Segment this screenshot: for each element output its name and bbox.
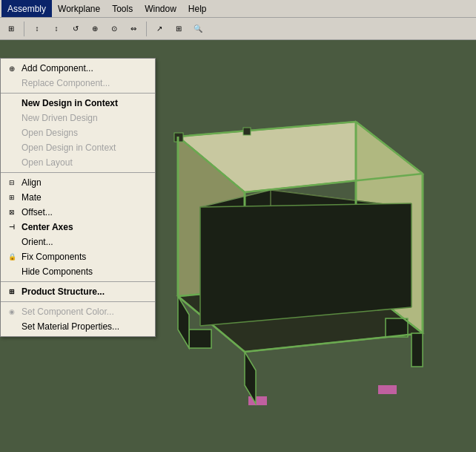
toolbar-btn-9[interactable]: ⊞ <box>171 21 187 37</box>
assembly-dropdown: ⊕ Add Component... Replace Component... … <box>0 58 156 337</box>
set-material-props-icon <box>5 321 19 333</box>
toolbar-sep-2 <box>146 22 147 36</box>
open-designs-icon <box>5 127 19 139</box>
menu-item-hide-components[interactable]: Hide Components <box>1 264 155 279</box>
menu-workplane[interactable]: Workplane <box>52 0 106 17</box>
replace-component-label: Replace Component... <box>22 78 110 88</box>
svg-rect-21 <box>378 385 397 394</box>
set-component-color-icon: ◉ <box>5 306 19 318</box>
3d-viewport-svg <box>133 77 452 441</box>
new-driven-design-icon <box>5 112 19 124</box>
menu-item-mate[interactable]: ⊞ Mate <box>1 190 155 205</box>
toolbar-sep-1 <box>24 22 24 36</box>
sep-3 <box>1 281 155 282</box>
toolbar-btn-3[interactable]: ↕ <box>48 21 65 37</box>
svg-rect-20 <box>248 396 267 405</box>
center-axes-label: Center Axes <box>22 222 73 232</box>
toolbar-btn-1[interactable]: ⊞ <box>3 21 19 37</box>
menu-window[interactable]: Window <box>139 0 182 17</box>
menu-item-align[interactable]: ⊟ Align <box>1 175 155 190</box>
menu-item-set-material-props[interactable]: Set Material Properties... <box>1 319 155 334</box>
svg-marker-33 <box>411 333 423 367</box>
menu-item-fix-components[interactable]: 🔒 Fix Components <box>1 249 155 264</box>
align-icon: ⊟ <box>5 177 19 189</box>
toolbar-btn-5[interactable]: ⊕ <box>87 21 103 37</box>
open-design-context-label: Open Design in Context <box>22 143 116 153</box>
menu-item-center-axes[interactable]: ⊣ Center Axes <box>1 220 155 235</box>
toolbar-btn-7[interactable]: ⇔ <box>125 21 142 37</box>
menu-item-new-driven-design: New Driven Design <box>1 111 155 125</box>
menubar: Assembly Workplane Tools Window Help <box>0 0 476 18</box>
new-driven-design-label: New Driven Design <box>22 113 98 123</box>
set-component-color-label: Set Component Color... <box>22 307 114 317</box>
menu-item-replace-component: Replace Component... <box>1 76 155 91</box>
open-layout-icon <box>5 157 19 168</box>
sep-4 <box>1 301 155 302</box>
orient-icon <box>5 236 19 248</box>
open-designs-label: Open Designs <box>22 128 78 138</box>
mate-icon: ⊞ <box>5 191 19 203</box>
toolbar-btn-2[interactable]: ↕ <box>29 21 45 37</box>
open-design-context-icon <box>5 142 19 154</box>
offset-icon: ⊠ <box>5 206 19 218</box>
svg-rect-12 <box>243 128 251 135</box>
menu-item-add-component[interactable]: ⊕ Add Component... <box>1 61 155 76</box>
menu-item-offset[interactable]: ⊠ Offset... <box>1 205 155 220</box>
add-component-icon: ⊕ <box>5 62 19 74</box>
toolbar-btn-8[interactable]: ↗ <box>151 21 168 37</box>
menu-item-open-designs: Open Designs <box>1 125 155 140</box>
menu-item-product-structure[interactable]: ⊞ Product Structure... <box>1 284 155 299</box>
hide-components-label: Hide Components <box>22 266 93 277</box>
fix-components-icon: 🔒 <box>5 251 19 263</box>
menu-item-orient[interactable]: Orient... <box>1 235 155 249</box>
toolbar: ⊞ ↕ ↕ ↺ ⊕ ⊙ ⇔ ↗ ⊞ 🔍 <box>0 18 476 40</box>
product-structure-label: Product Structure... <box>22 286 105 297</box>
toolbar-btn-6[interactable]: ⊙ <box>106 21 122 37</box>
orient-label: Orient... <box>22 237 53 247</box>
sep-1 <box>1 93 155 94</box>
new-design-context-icon <box>5 97 19 109</box>
menu-assembly[interactable]: Assembly <box>1 0 52 17</box>
product-structure-icon: ⊞ <box>5 286 19 298</box>
offset-label: Offset... <box>22 207 53 217</box>
toolbar-btn-10[interactable]: 🔍 <box>190 21 206 37</box>
menu-item-set-component-color: ◉ Set Component Color... <box>1 304 155 319</box>
fix-components-label: Fix Components <box>22 252 86 262</box>
menu-help[interactable]: Help <box>182 0 213 17</box>
main-viewport: ⊕ Add Component... Replace Component... … <box>0 40 476 452</box>
mate-label: Mate <box>22 192 42 203</box>
hide-components-icon <box>5 266 19 278</box>
sep-2 <box>1 172 155 173</box>
menu-item-new-design-context[interactable]: New Design in Context <box>1 96 155 111</box>
new-design-context-label: New Design in Context <box>22 98 118 108</box>
center-axes-icon: ⊣ <box>5 221 19 233</box>
menu-item-open-design-context: Open Design in Context <box>1 140 155 155</box>
open-layout-label: Open Layout <box>22 157 73 168</box>
replace-component-icon <box>5 77 19 89</box>
align-label: Align <box>22 177 42 188</box>
svg-marker-26 <box>200 203 411 326</box>
set-material-props-label: Set Material Properties... <box>22 321 119 332</box>
svg-rect-19 <box>386 318 408 337</box>
menu-item-open-layout: Open Layout <box>1 155 155 170</box>
svg-rect-18 <box>189 330 211 348</box>
svg-marker-32 <box>245 352 256 404</box>
add-component-label: Add Component... <box>22 63 93 73</box>
toolbar-btn-4[interactable]: ↺ <box>67 21 84 37</box>
menu-tools[interactable]: Tools <box>106 0 139 17</box>
